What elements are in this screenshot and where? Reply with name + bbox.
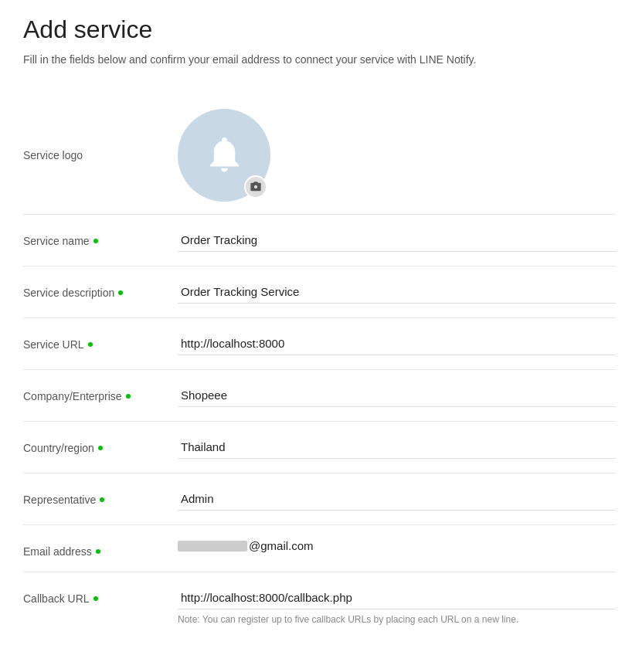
country-input[interactable] — [178, 436, 616, 459]
service-url-label: Service URL — [23, 332, 178, 351]
company-input[interactable] — [178, 384, 616, 407]
callback-url-row: Callback URL Note: You can register up t… — [23, 572, 616, 639]
representative-label: Representative — [23, 487, 178, 506]
email-row: Email address @gmail.com — [23, 525, 616, 572]
company-value — [178, 384, 616, 407]
service-name-value — [178, 229, 616, 252]
email-redacted — [178, 541, 247, 552]
service-description-label: Service description — [23, 280, 178, 299]
company-row: Company/Enterprise — [23, 370, 616, 422]
company-label: Company/Enterprise — [23, 384, 178, 402]
service-logo-label: Service logo — [23, 149, 178, 161]
service-description-row: Service description — [23, 266, 616, 318]
callback-url-value: Note: You can register up to five callba… — [178, 586, 616, 625]
page-subtitle: Fill in the fields below and confirm you… — [23, 53, 616, 66]
camera-button[interactable] — [244, 175, 267, 199]
required-indicator — [100, 497, 104, 502]
required-indicator — [93, 239, 98, 243]
country-value — [178, 436, 616, 459]
required-indicator — [118, 290, 123, 295]
required-indicator — [88, 342, 93, 347]
service-url-value — [178, 332, 616, 355]
service-logo-row: Service logo — [23, 97, 616, 215]
required-indicator — [98, 446, 103, 450]
email-display: @gmail.com — [178, 539, 616, 552]
service-name-label: Service name — [23, 229, 178, 247]
service-name-row: Service name — [23, 215, 616, 266]
representative-value — [178, 487, 616, 511]
callback-url-input[interactable] — [178, 586, 616, 609]
required-indicator — [126, 394, 131, 399]
service-description-input[interactable] — [178, 280, 616, 304]
email-value: @gmail.com — [178, 539, 616, 552]
country-row: Country/region — [23, 422, 616, 473]
required-indicator — [93, 596, 98, 601]
representative-row: Representative — [23, 473, 616, 525]
email-suffix: @gmail.com — [249, 539, 314, 552]
callback-note: Note: You can register up to five callba… — [178, 614, 616, 625]
callback-url-label: Callback URL — [23, 586, 178, 605]
logo-container — [178, 109, 270, 202]
service-url-input[interactable] — [178, 332, 616, 355]
bell-icon — [203, 133, 246, 178]
add-service-form: Service logo Service name — [23, 97, 616, 639]
service-name-input[interactable] — [178, 229, 616, 252]
representative-input[interactable] — [178, 487, 616, 511]
service-description-value — [178, 280, 616, 304]
country-label: Country/region — [23, 436, 178, 454]
page-title: Add service — [23, 15, 616, 44]
email-label: Email address — [23, 539, 178, 558]
required-indicator — [96, 549, 100, 554]
service-url-row: Service URL — [23, 318, 616, 370]
